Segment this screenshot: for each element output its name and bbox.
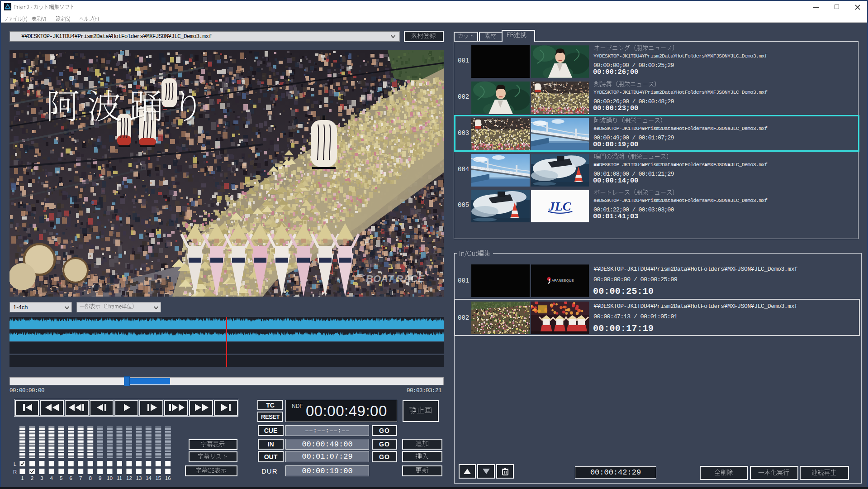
svg-text:10: 10 [107,475,113,481]
svg-text:BOAT RACE: BOAT RACE [366,273,425,284]
svg-text:1: 1 [21,475,24,481]
svg-text:12: 12 [126,475,132,481]
svg-text:JLC: JLC [548,199,571,213]
svg-text:7: 7 [79,475,82,481]
svg-text:11: 11 [117,475,122,481]
svg-text:13: 13 [136,475,142,481]
svg-text:16: 16 [165,475,171,481]
svg-text:2: 2 [31,475,33,481]
svg-text:6: 6 [70,475,72,481]
svg-text:15: 15 [155,475,161,481]
svg-text:14: 14 [146,475,152,481]
svg-text:APANESQUE: APANESQUE [552,278,574,283]
svg-text:5: 5 [60,475,62,481]
svg-text:3: 3 [40,475,43,481]
svg-text:R: R [13,469,17,475]
svg-text:8: 8 [89,475,91,481]
svg-text:9: 9 [99,475,101,481]
svg-text:4: 4 [50,475,53,481]
svg-text:L: L [14,461,16,467]
